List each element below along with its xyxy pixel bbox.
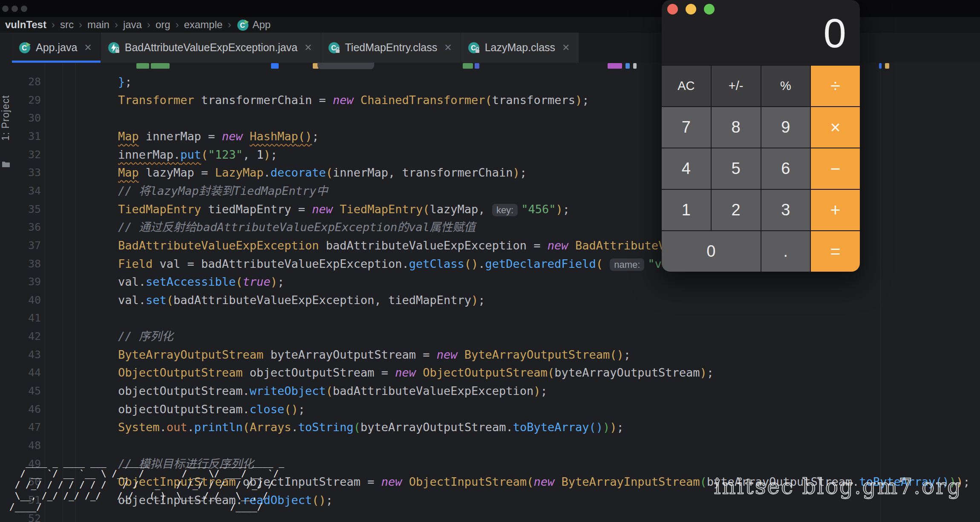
breadcrumb-separator: › [228,19,231,31]
calc-keypad: AC+/-%÷789×456−123+0.= [662,65,860,272]
calc-minimize-icon[interactable] [686,4,696,14]
gm7-ascii-watermark: ____ _ ____ ___ _____ ____ _____ ____ _ … [9,457,284,513]
calc-button-4[interactable]: 4 [662,148,711,189]
line-number: 43 [12,346,41,364]
calc-button-5[interactable]: 5 [712,148,761,189]
class-locked-icon: C [468,42,480,54]
calc-button-9[interactable]: 9 [761,107,810,148]
tab-badattributevalueexpexception-java[interactable]: BadAttributeValueExpException.java✕ [101,32,321,63]
breadcrumb-item-java[interactable]: java [123,19,142,31]
calc-button-%[interactable]: % [761,66,810,106]
tab-label: BadAttributeValueExpException.java [125,41,297,54]
calc-button-.[interactable]: . [761,231,810,272]
calc-display: 0 [824,13,846,54]
line-number: 39 [12,273,41,291]
tab-tiedmapentry-class[interactable]: CTiedMapEntry.class✕ [321,32,461,63]
tab-label: LazyMap.class [485,41,555,54]
code-line: ByteArrayOutputStream byteArrayOutputStr… [118,346,631,364]
tab-lazymap-class[interactable]: CLazyMap.class✕ [461,32,579,63]
code-line: TiedMapEntry tiedMapEntry = new TiedMapE… [118,200,570,219]
code-line: Field val = badAttributeValueExpExceptio… [118,255,696,273]
line-number: 45 [12,382,41,400]
calc-button-AC[interactable]: AC [662,66,711,106]
breadcrumb-item-src[interactable]: src [60,19,74,31]
code-line: // 将lazyMap封装到TiedMapEntry中 [118,182,328,200]
line-number: 37 [12,237,41,255]
calc-button-÷[interactable]: ÷ [811,66,860,106]
line-number: 36 [12,218,41,237]
indent-guide [75,63,76,522]
calculator-window: 0 AC+/-%÷789×456−123+0.= [662,0,860,272]
line-number: 42 [12,328,41,346]
close-icon[interactable]: ✕ [83,42,92,53]
line-number: 47 [12,418,41,437]
line-number: 31 [12,128,41,146]
ide-window: vulnTest›src›main›java›org›example›CApp … [0,0,980,522]
tab-label: TiedMapEntry.class [345,41,438,54]
class-runnable-icon: C [237,19,248,30]
code-line: }; [118,73,132,91]
right-margin-guide [880,63,881,522]
line-number: 40 [12,291,41,310]
line-number: 38 [12,255,41,273]
code-line: objectOutputStream.writeObject(badAttrib… [118,382,548,400]
svg-text:C: C [240,22,245,29]
window-close-icon[interactable] [2,6,9,12]
line-number: 28 [12,73,41,91]
tab-app-java[interactable]: CApp.java✕ [12,32,101,63]
calc-button-+/-[interactable]: +/- [712,66,761,106]
calc-button-×[interactable]: × [811,107,860,148]
breadcrumb-separator: › [115,19,118,31]
code-line: Transformer transformerChain = new Chain… [118,91,589,110]
close-icon[interactable]: ✕ [561,42,571,53]
tool-window-rail: 1: Project [0,32,12,522]
window-minimize-icon[interactable] [12,6,18,12]
line-number: 41 [12,309,41,328]
line-number: 46 [12,400,41,419]
code-line: Map innerMap = new HashMap(); [118,128,319,146]
code-line: ObjectOutputStream objectOutputStream = … [118,364,714,382]
svg-text:C: C [331,44,336,52]
calc-button-8[interactable]: 8 [712,107,761,148]
line-number: 48 [12,437,41,455]
line-number: 30 [12,109,41,128]
breadcrumb-item-app[interactable]: App [252,19,271,31]
line-number: 29 [12,91,41,110]
breadcrumb-separator: › [79,19,82,31]
breadcrumb-separator: › [52,19,55,31]
calc-button-1[interactable]: 1 [662,190,711,230]
code-line: objectOutputStream.close(); [118,400,305,419]
calc-button-+[interactable]: + [811,190,860,230]
calc-button-7[interactable]: 7 [662,107,711,148]
close-icon[interactable]: ✕ [303,42,313,53]
code-line: System.out.println(Arrays.toString(byteA… [118,418,624,437]
close-icon[interactable]: ✕ [443,42,453,53]
gutter-separator [63,63,63,522]
code-line: // 通过反射给badAttributeValueExpException的va… [118,218,476,237]
calc-close-icon[interactable] [667,4,678,14]
code-line: Map lazyMap = LazyMap.decorate(innerMap,… [118,164,527,182]
window-zoom-icon[interactable] [21,6,27,12]
class-runnable-icon: C [19,42,31,54]
folder-icon [2,160,10,169]
calc-zoom-icon[interactable] [704,4,715,14]
calc-button-6[interactable]: 6 [761,148,810,189]
calc-button-2[interactable]: 2 [712,190,761,230]
breadcrumb-item-vulntest[interactable]: vulnTest [5,19,46,31]
calc-button-0[interactable]: 0 [662,231,761,272]
breadcrumb-item-example[interactable]: example [184,19,223,31]
svg-text:C: C [22,44,27,52]
line-number: 32 [12,146,41,164]
breadcrumb-separator: › [147,19,150,31]
breadcrumb-item-main[interactable]: main [87,19,110,31]
line-number: 35 [12,200,41,219]
calc-button-3[interactable]: 3 [761,190,810,230]
calc-button-−[interactable]: − [811,148,860,189]
breadcrumb-item-org[interactable]: org [156,19,170,31]
blog-watermark: initsec blog.gm7.org [714,474,962,499]
tool-window-project-button[interactable]: 1: Project [0,77,12,158]
line-number: 44 [12,364,41,382]
class-locked-icon: C [328,42,340,54]
calc-button-=[interactable]: = [811,231,860,272]
code-line: // 序列化 [118,328,173,346]
